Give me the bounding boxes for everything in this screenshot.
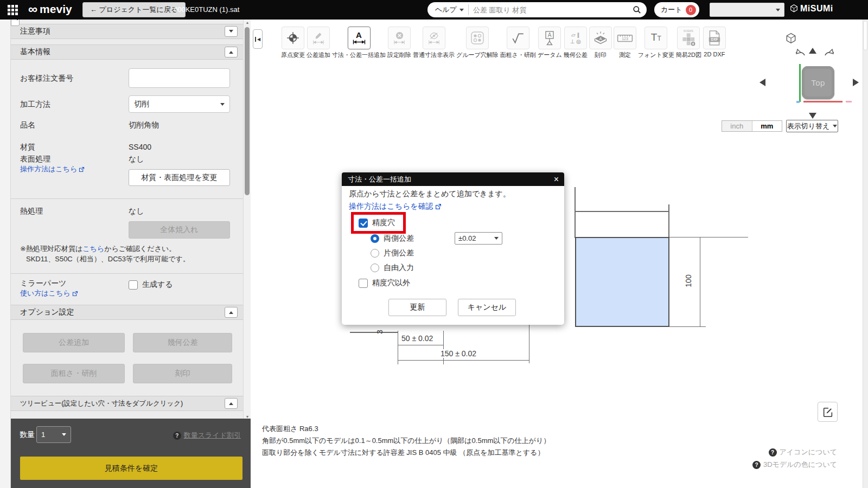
svg-text:DXF: DXF xyxy=(711,37,718,41)
back-to-projects-button[interactable]: ← プロジェクト一覧に戻る xyxy=(82,2,186,17)
surface-roughness-icon xyxy=(511,32,525,44)
collapse-button[interactable] xyxy=(225,307,238,318)
sidebar: 注意事項 基本情報 お客様注文番号 加工方法 切削 品名 切削角物 材質 SS4… xyxy=(11,20,243,419)
rotate-down-arrow[interactable] xyxy=(809,113,816,119)
scroll-up-icon[interactable]: ▲ xyxy=(244,21,251,24)
options-header-label: オプション設定 xyxy=(20,307,74,317)
rotate-right-icon[interactable] xyxy=(824,48,839,57)
meviy-logo[interactable]: ∞ meviy xyxy=(28,1,72,17)
icons-about-link[interactable]: ? アイコンについて xyxy=(769,447,837,457)
toolbar-button-measure[interactable]: 123 測定 xyxy=(614,27,636,59)
search-icon[interactable] xyxy=(633,5,641,14)
non-precision-checkbox[interactable] xyxy=(359,279,368,288)
model-colors-about-text: 3Dモデルの色について xyxy=(763,460,837,470)
quantity-select[interactable]: 1 xyxy=(36,426,71,443)
howto-link[interactable]: 操作方法はこちら xyxy=(20,164,85,174)
section-header-options[interactable]: オプション設定 xyxy=(11,305,243,320)
collapse-button[interactable] xyxy=(225,26,238,37)
tolerance-select[interactable]: ±0.02 xyxy=(455,232,502,245)
section-header-treeview[interactable]: ツリービュー(設定したい穴・寸法をダブルクリック) xyxy=(11,396,243,411)
update-button[interactable]: 更新 xyxy=(388,299,446,316)
memo-button[interactable] xyxy=(818,402,838,422)
rotate-left-icon[interactable] xyxy=(791,48,806,57)
non-precision-row: 精度穴以外 xyxy=(359,278,410,288)
selected-face[interactable] xyxy=(575,237,669,327)
change-material-button[interactable]: 材質・表面処理を変更 xyxy=(129,169,230,186)
both-side-row: 両側公差 xyxy=(371,234,414,243)
generate-checkbox[interactable] xyxy=(129,280,138,290)
viewer-canvas[interactable]: ◀ 原点変更 公差追加 A 寸法・公差一括追加 設定削除 xyxy=(251,20,868,488)
toolbar-button-change-font[interactable]: TT フォント変更 xyxy=(638,27,674,59)
search-input[interactable] xyxy=(469,6,633,14)
unit-inch-button[interactable]: inch xyxy=(722,121,752,131)
dimension-height[interactable]: 100 xyxy=(684,273,693,288)
svg-text:123: 123 xyxy=(622,37,628,41)
method-select[interactable]: 切削 xyxy=(129,95,230,113)
unit-mm-button[interactable]: mm xyxy=(752,121,782,131)
meviy-logo-text: meviy xyxy=(40,3,72,16)
toolbar-button-roughness[interactable]: 面粗さ・研削 xyxy=(500,27,536,59)
cart-button[interactable]: カート 0 xyxy=(654,2,699,17)
six-views-icon: 6VIEWS xyxy=(680,29,697,47)
toolbar-button-origin[interactable]: 原点変更 xyxy=(281,27,305,59)
mirror-usage-link[interactable]: 使い方はこちら xyxy=(20,288,78,298)
part-outline xyxy=(575,187,576,238)
close-icon[interactable]: × xyxy=(554,175,559,184)
quantity-discount-link[interactable]: ? 数量スライド割引 xyxy=(173,431,241,440)
toolbar-button-batch-dimension[interactable]: A 寸法・公差一括追加 xyxy=(332,27,386,59)
divider xyxy=(11,273,243,274)
display-toggle-button[interactable]: 表示切り替え xyxy=(786,120,838,132)
svg-text:6VIEWS: 6VIEWS xyxy=(684,30,693,33)
extension-line xyxy=(669,237,748,237)
chevron-up-icon xyxy=(229,49,233,54)
toolbar-button-stamp[interactable]: A 刻印 xyxy=(589,27,612,59)
section-header-notices[interactable]: 注意事項 xyxy=(11,24,243,39)
section-header-basic-info[interactable]: 基本情報 xyxy=(11,44,243,60)
dimension-width-small[interactable]: 50 ± 0.02 xyxy=(400,334,434,343)
canvas-scrollbar[interactable] xyxy=(863,20,868,488)
dimension-line-icon xyxy=(428,40,440,44)
confirm-quote-button[interactable]: 見積条件を確定 xyxy=(20,457,242,480)
extension-line xyxy=(529,324,529,363)
note-edit-icon xyxy=(822,406,834,418)
rotate-right-arrow[interactable] xyxy=(853,79,859,86)
scroll-down-icon[interactable]: ▼ xyxy=(244,415,251,419)
font-tt-icon: TT xyxy=(644,27,667,49)
free-input-radio[interactable] xyxy=(371,264,379,272)
part-outline xyxy=(575,211,669,212)
viewcube-top-face[interactable]: Top xyxy=(802,66,834,99)
help-dropdown[interactable]: ヘルプ xyxy=(427,5,468,15)
option-tolerance-button: 公差追加 xyxy=(23,333,125,352)
collapse-button[interactable] xyxy=(225,47,238,57)
dimension-width-large[interactable]: 150 ± 0.02 xyxy=(439,349,477,358)
dialog-howto-link[interactable]: 操作方法はこちらを確認 xyxy=(349,202,442,211)
sidebar-scrollbar[interactable]: ▲ ▼ xyxy=(243,20,251,420)
chevron-up-icon xyxy=(229,309,233,314)
toolbar-button-datum[interactable]: A データム xyxy=(538,27,562,59)
toolbar-button-2d-dxf: DXF 2D DXF xyxy=(703,27,726,57)
external-link-icon xyxy=(79,166,85,172)
model-colors-about-link[interactable]: ? 3Dモデルの色について xyxy=(752,460,837,470)
cancel-button[interactable]: キャンセル xyxy=(458,299,516,316)
canvas-scrollbar-thumb[interactable] xyxy=(863,21,867,50)
rotate-left-arrow[interactable] xyxy=(760,79,765,86)
dialog-titlebar[interactable]: 寸法・公差一括追加 × xyxy=(342,172,564,186)
dimension-partial[interactable]: 3 xyxy=(375,329,384,335)
scrollbar-thumb[interactable] xyxy=(245,27,250,195)
rotate-up-arrow[interactable] xyxy=(809,48,816,54)
toolbar-button-geometric-tolerance[interactable]: ▱ ∥ ⊥ ◎ 幾何公差 xyxy=(564,27,588,59)
one-side-radio[interactable] xyxy=(371,249,379,258)
letter-a-icon: A xyxy=(356,31,362,39)
order-number-input[interactable] xyxy=(129,68,230,88)
topbar-dropdown[interactable] xyxy=(710,3,784,17)
heat-note-link[interactable]: こちら xyxy=(82,244,104,254)
precision-hole-checkbox[interactable] xyxy=(359,219,368,228)
app-grid-icon[interactable] xyxy=(8,5,18,15)
panel-collapse-button[interactable]: ◀ xyxy=(253,29,263,49)
generate-checkbox-label: 生成する xyxy=(142,280,173,290)
both-side-radio[interactable] xyxy=(371,234,379,243)
viewcube-home-icon[interactable] xyxy=(785,33,797,44)
mirror-generate-row: 生成する xyxy=(129,280,173,290)
chevron-up-icon xyxy=(229,400,233,405)
collapse-button[interactable] xyxy=(225,398,238,409)
